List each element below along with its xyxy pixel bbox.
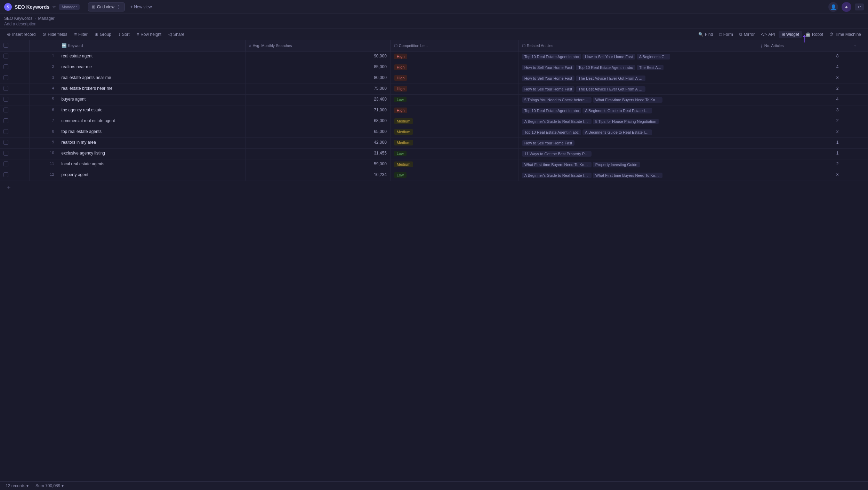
related-articles-cell[interactable]: A Beginner's Guide to Real Estate Invest… (518, 170, 757, 181)
share-btn[interactable]: ◁ Share (166, 31, 187, 38)
related-articles-cell[interactable]: How to Sell Your Home FastThe Best Advic… (518, 84, 757, 95)
group-btn[interactable]: ⊞ Group (92, 31, 114, 38)
row-checkbox-cell[interactable] (0, 73, 30, 84)
related-articles-cell[interactable]: What First-time Buyers Need To Know Ab..… (518, 159, 757, 170)
competition-level-cell[interactable]: Medium (390, 127, 518, 138)
article-tag[interactable]: Top 10 Real Estate Agent in abc (576, 65, 635, 70)
keyword-cell[interactable]: commercial real estate agent (58, 116, 245, 127)
table-row[interactable]: 10exclusive agency listing31,455Low11 Wa… (0, 149, 868, 159)
article-tag[interactable]: What First-time Buyers Need To Know Ab..… (593, 173, 662, 178)
robot-btn[interactable]: 🤖 Robot (803, 31, 826, 38)
table-row[interactable]: 7commercial real estate agent68,000Mediu… (0, 116, 868, 127)
article-tag[interactable]: Top 10 Real Estate Agent in abc (522, 108, 581, 113)
related-articles-cell[interactable]: Top 10 Real Estate Agent in abcA Beginne… (518, 127, 757, 138)
widget-btn[interactable]: ⊞ Widget (779, 31, 802, 38)
time-machine-btn[interactable]: ⏱ Time Machine (827, 31, 864, 38)
user-avatar-2[interactable]: ● (842, 2, 851, 12)
article-tag[interactable]: The Best Advice I Ever Got From A Real E… (576, 76, 645, 81)
insert-record-btn[interactable]: ⊕ Insert record (4, 31, 38, 38)
project-title[interactable]: SEO Keywords (15, 4, 49, 10)
sum-display[interactable]: Sum 700,089 ▾ (35, 483, 64, 488)
competition-level-cell[interactable]: Low (390, 95, 518, 105)
table-row[interactable]: 3real estate agents near me80,000HighHow… (0, 73, 868, 84)
table-row[interactable]: 9realtors in my area42,000MediumHow to S… (0, 138, 868, 149)
table-row[interactable]: 5buyers agent23,400Low5 Things You Need … (0, 95, 868, 105)
row-checkbox-cell[interactable] (0, 127, 30, 138)
row-checkbox-cell[interactable] (0, 116, 30, 127)
article-tag[interactable]: Top 10 Real Estate Agent in abc (522, 54, 581, 60)
form-btn[interactable]: □ Form (716, 31, 736, 38)
related-articles-col-header[interactable]: ⬡ Related Articles (518, 40, 757, 52)
row-checkbox-cell[interactable] (0, 105, 30, 116)
row-checkbox[interactable] (3, 172, 8, 177)
keyword-cell[interactable]: real estate agent (58, 52, 245, 62)
competition-level-cell[interactable]: High (390, 52, 518, 62)
keyword-cell[interactable]: local real estate agents (58, 159, 245, 170)
article-tag[interactable]: The Best A... (637, 65, 664, 70)
competition-level-cell[interactable]: Low (390, 149, 518, 159)
records-count[interactable]: 12 records ▾ (6, 483, 29, 488)
article-tag[interactable]: How to Sell Your Home Fast (522, 86, 575, 92)
row-checkbox[interactable] (3, 64, 8, 69)
row-checkbox[interactable] (3, 54, 8, 58)
competition-level-cell[interactable]: Medium (390, 159, 518, 170)
article-tag[interactable]: A Beginner's Guide to Real Estate Invest… (582, 108, 652, 113)
keyword-cell[interactable]: real estate brokers near me (58, 84, 245, 95)
table-row[interactable]: 12property agent10,234LowA Beginner's Gu… (0, 170, 868, 181)
article-tag[interactable]: 5 Things You Need to Check before You P.… (522, 97, 592, 103)
mirror-btn[interactable]: ⧉ Mirror (737, 31, 757, 38)
row-checkbox-cell[interactable] (0, 138, 30, 149)
row-checkbox[interactable] (3, 97, 8, 102)
article-tag[interactable]: A Beginner's Guide to Real Estate Invest… (522, 119, 592, 124)
hide-fields-btn[interactable]: ⊙ Hide fields (40, 31, 70, 38)
keyword-cell[interactable]: real estate agents near me (58, 73, 245, 84)
row-checkbox-cell[interactable] (0, 149, 30, 159)
grid-view-btn[interactable]: ⊞ Grid view ⋮ (88, 2, 125, 11)
row-checkbox[interactable] (3, 86, 8, 91)
article-tag[interactable]: How to Sell Your Home Fast (522, 140, 575, 146)
checkbox-col-header[interactable] (0, 40, 30, 52)
keyword-cell[interactable]: realtors near me (58, 62, 245, 73)
related-articles-cell[interactable]: How to Sell Your Home FastThe Best Advic… (518, 73, 757, 84)
table-row[interactable]: 4real estate brokers near me75,000HighHo… (0, 84, 868, 95)
competition-level-cell[interactable]: High (390, 105, 518, 116)
row-checkbox-cell[interactable] (0, 159, 30, 170)
related-articles-cell[interactable]: How to Sell Your Home FastTop 10 Real Es… (518, 62, 757, 73)
row-checkbox[interactable] (3, 161, 8, 166)
related-articles-cell[interactable]: 5 Things You Need to Check before You P.… (518, 95, 757, 105)
row-height-btn[interactable]: ≡ Row height (134, 31, 164, 38)
article-tag[interactable]: How to Sell Your Home Fast (522, 65, 575, 70)
row-checkbox-cell[interactable] (0, 52, 30, 62)
article-tag[interactable]: How to Sell Your Home Fast (522, 76, 575, 81)
article-tag[interactable]: The Best Advice I Ever Got From A Real E… (576, 86, 645, 92)
keyword-col-header[interactable]: 🔤 Keyword (58, 40, 245, 52)
description-field[interactable]: Add a description (4, 22, 864, 26)
sort-btn[interactable]: ↕ Sort (115, 31, 132, 38)
add-col-header[interactable]: + (842, 40, 868, 52)
table-row[interactable]: 1real estate agent90,000HighTop 10 Real … (0, 52, 868, 62)
keyword-cell[interactable]: realtors in my area (58, 138, 245, 149)
article-tag[interactable]: A Beginner's Guide to Real Estate Invest… (582, 129, 652, 135)
competition-level-cell[interactable]: High (390, 62, 518, 73)
article-tag[interactable]: What First-time Buyers Need To Know Ab..… (593, 97, 662, 103)
row-checkbox[interactable] (3, 118, 8, 123)
table-row[interactable]: 2realtors near me85,000HighHow to Sell Y… (0, 62, 868, 73)
table-row[interactable]: 11local real estate agents59,000MediumWh… (0, 159, 868, 170)
article-tag[interactable]: Top 10 Real Estate Agent in abc (522, 129, 581, 135)
row-checkbox-cell[interactable] (0, 62, 30, 73)
competition-level-cell[interactable]: High (390, 73, 518, 84)
row-checkbox-cell[interactable] (0, 84, 30, 95)
add-row-btn[interactable]: + (3, 183, 14, 193)
table-row[interactable]: 8top real estate agents65,000MediumTop 1… (0, 127, 868, 138)
article-tag[interactable]: A Beginner's G... (637, 54, 670, 60)
article-tag[interactable]: Property Investing Guide (593, 162, 640, 167)
competition-level-cell[interactable]: High (390, 84, 518, 95)
row-checkbox-cell[interactable] (0, 170, 30, 181)
article-tag[interactable]: A Beginner's Guide to Real Estate Invest… (522, 173, 592, 178)
row-checkbox[interactable] (3, 140, 8, 145)
manager-badge[interactable]: Manager (59, 4, 79, 10)
keyword-cell[interactable]: the agency real estate (58, 105, 245, 116)
filter-btn[interactable]: ≡ Filter (71, 31, 90, 38)
user-avatar-1[interactable]: 👤 (828, 2, 838, 12)
competition-level-col-header[interactable]: ⬡ Competition Le... (390, 40, 518, 52)
